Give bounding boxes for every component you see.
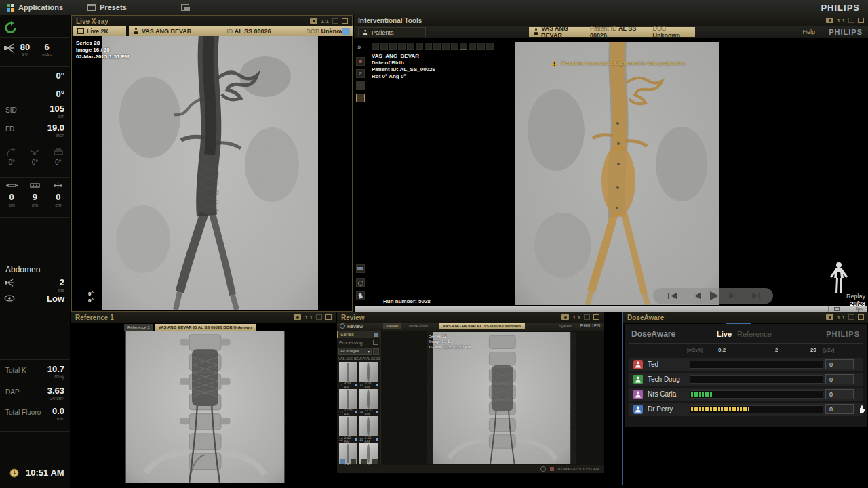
maximize-window-icon[interactable] <box>326 314 332 320</box>
dose-bar-track <box>690 390 823 399</box>
alignment-warning: Possible inaccurate alignment in this pr… <box>551 60 685 66</box>
restore-window-icon[interactable] <box>332 18 338 24</box>
review-main-image[interactable]: Series 32Image 1 / 102-Mar-2015 10:50 AM <box>427 332 576 464</box>
tab-live-2k[interactable]: Live 2K <box>73 26 126 36</box>
replay-controls[interactable] <box>653 288 773 304</box>
maximize-window-icon[interactable] <box>342 18 348 24</box>
zoom-1to1-indicator[interactable]: 1:1 <box>837 18 845 24</box>
maximize-window-icon[interactable] <box>593 314 599 320</box>
applications-label: Applications <box>18 3 63 12</box>
restore-window-icon[interactable] <box>848 314 854 320</box>
layout-thumb-icon[interactable] <box>356 81 365 90</box>
thumbnail-actions[interactable] <box>337 459 380 464</box>
transfer-icon[interactable] <box>342 28 350 35</box>
review-patient-banner[interactable]: VAS ANG BEVAR AL SS 00026 Unknown <box>439 323 525 329</box>
philips-logo: PHILIPS <box>580 323 601 328</box>
zoom-1to1-indicator[interactable]: 1:1 <box>572 314 580 321</box>
reference-patient-banner[interactable]: VAS ANG BEVAR ID AL SS 00026 DOB Unknown <box>155 324 256 331</box>
snapshot-icon[interactable] <box>310 18 317 24</box>
restore-window-icon[interactable] <box>848 18 854 23</box>
staff-name: Nrs Carla <box>648 390 676 398</box>
tab-more-tools[interactable]: More tools <box>406 323 431 329</box>
reference-image[interactable] <box>125 331 285 483</box>
help-link[interactable]: Help <box>802 28 815 35</box>
philips-logo: PHILIPS <box>829 28 863 36</box>
dose-row-dr-perry: Dr Perry 0 <box>629 403 863 416</box>
tools-patient-banner[interactable]: VAS ANG BEVAR Patient ID AL SS 00026 DOB… <box>529 27 695 37</box>
thumbnail[interactable]: 129:59 AM <box>359 362 378 387</box>
snapshot-icon[interactable] <box>826 18 833 23</box>
sid-unit: cm <box>50 114 64 119</box>
thumbnail[interactable]: 1412:51 AM <box>359 389 378 414</box>
thumbnail[interactable]: 1312:51 AM <box>339 389 357 414</box>
patients-label: Patients <box>372 29 394 36</box>
system-menu[interactable]: System <box>559 324 572 328</box>
kv-value: 80 <box>16 42 34 52</box>
live-xray-image[interactable] <box>102 36 318 310</box>
sort-icon[interactable] <box>373 348 379 355</box>
roadmap-image[interactable]: Possible inaccurate alignment in this pr… <box>515 42 719 305</box>
restore-window-icon[interactable] <box>316 314 322 320</box>
philips-logo: PHILIPS <box>826 330 860 338</box>
keyboard-icon[interactable] <box>356 264 365 273</box>
snapshot-icon[interactable] <box>294 314 301 320</box>
nav-processing[interactable]: Processing <box>337 338 380 346</box>
live-xray-titlebar[interactable]: Live X-ray 1:1 <box>72 16 352 26</box>
zoom-1to1-indicator[interactable]: 1:1 <box>304 314 313 321</box>
presets-icon <box>87 4 96 11</box>
reference-tab[interactable]: Reference 1 <box>124 324 153 331</box>
zoom-1to1-indicator[interactable]: 1:1 <box>321 18 329 24</box>
nav-series[interactable]: Series <box>337 331 380 338</box>
tools-toolbar[interactable] <box>372 41 495 53</box>
patients-button[interactable]: Patients <box>358 27 426 37</box>
tab-viewer[interactable]: Viewer <box>383 323 401 329</box>
thumbnail[interactable]: 119:59 AM <box>339 362 357 387</box>
replay-scrub-bar[interactable]: fps <box>355 306 867 312</box>
active-view-thumb-icon[interactable] <box>356 94 365 102</box>
snapshot-icon[interactable] <box>826 314 833 320</box>
hand-cursor-icon[interactable] <box>856 405 866 414</box>
dose-row-tech-doug: Tech Doug 0 <box>629 373 863 386</box>
edit-icon <box>374 333 378 337</box>
hand-pointer-icon[interactable] <box>356 291 365 300</box>
fluoro-mode-value[interactable]: Low <box>47 293 64 304</box>
screen-switch-button[interactable] <box>174 0 197 15</box>
settings-gear-icon[interactable] <box>356 278 365 287</box>
total-k-label: Total K <box>5 367 26 374</box>
table-height-icon <box>6 182 18 189</box>
review-titlebar[interactable]: Review 1:1 <box>337 312 604 323</box>
play <box>710 291 719 300</box>
procedure-name[interactable]: Abdomen <box>5 265 40 274</box>
staff-icon <box>633 360 643 369</box>
live-2k-icon <box>77 28 84 34</box>
applications-menu[interactable]: Applications <box>0 0 70 15</box>
live-datetime: 02-Mar-2015 1:51 PM <box>76 54 130 60</box>
thumbnail[interactable]: 151:25 AM <box>339 416 357 441</box>
doseaware-tab-reference[interactable]: Reference <box>737 330 772 338</box>
patient-tool-icon[interactable] <box>356 57 365 66</box>
live-xray-title: Live X-ray <box>76 18 108 25</box>
zoom-tool-icon[interactable]: Z <box>356 69 365 78</box>
dap-label: DAP <box>5 388 20 396</box>
tools-left-strip: » Z <box>354 38 368 305</box>
image-filter-dropdown[interactable]: All images▾ <box>338 348 372 355</box>
review-app-button[interactable]: Review <box>340 323 363 329</box>
restore-window-icon[interactable] <box>584 314 590 320</box>
maximize-window-icon[interactable] <box>858 18 864 23</box>
maximize-window-icon[interactable] <box>858 314 864 320</box>
interventional-titlebar[interactable]: Interventional Tools 1:1 <box>354 15 868 26</box>
prev-run <box>668 293 677 299</box>
patient-icon <box>533 28 538 35</box>
live-patient-banner[interactable]: VAS ANG BEVAR ID AL SS 00026 DOB Unknown <box>129 26 353 36</box>
tools-patient-info: VAS_ANG_BEVAR Date of Birth: Patient ID:… <box>372 53 435 80</box>
doseaware-tab-live[interactable]: Live <box>717 330 732 338</box>
status-icon <box>550 467 554 471</box>
presets-menu[interactable]: Presets <box>81 0 134 15</box>
reference-titlebar[interactable]: Reference 1 1:1 <box>71 312 336 323</box>
thumbnail[interactable]: 161:25 AM <box>359 416 378 441</box>
doseaware-titlebar[interactable]: DoseAware 1:1 <box>623 312 868 323</box>
rotate-reset-icon[interactable] <box>4 21 18 35</box>
snapshot-icon[interactable] <box>561 314 569 320</box>
zoom-1to1-indicator[interactable]: 1:1 <box>837 314 845 321</box>
collapse-chevron[interactable]: » <box>357 43 361 51</box>
